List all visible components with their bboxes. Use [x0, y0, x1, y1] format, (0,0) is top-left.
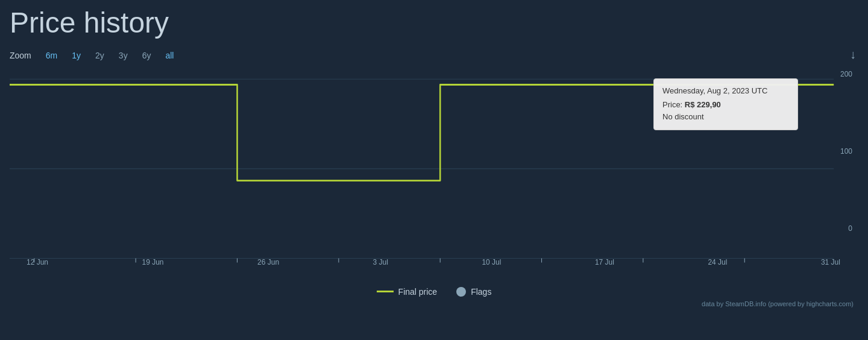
x-label-24jul: 24 Jul: [708, 258, 727, 266]
y-axis-label-200: 200: [840, 70, 852, 78]
x-label-26jun: 26 Jun: [257, 258, 279, 266]
zoom-3y[interactable]: 3y: [119, 51, 128, 60]
chart-legend: Final price Flags: [10, 282, 858, 299]
y-axis-label-0: 0: [848, 224, 852, 233]
attribution: data by SteamDB.info (powered by highcha…: [10, 299, 858, 307]
download-button[interactable]: ↓: [848, 45, 858, 64]
x-label-10jul: 10 Jul: [482, 258, 501, 266]
zoom-label: Zoom: [10, 51, 31, 60]
zoom-2y[interactable]: 2y: [95, 51, 104, 60]
x-label-17jul: 17 Jul: [595, 258, 614, 266]
chart-svg: [10, 65, 858, 282]
x-label-19jun: 19 Jun: [142, 258, 164, 266]
controls-row: Zoom 6m 1y 2y 3y 6y all ↓: [10, 45, 858, 64]
legend-final-price: Final price: [377, 287, 438, 297]
page-title: Price history: [10, 0, 858, 45]
zoom-6m[interactable]: 6m: [46, 51, 57, 60]
x-label-3jul: 3 Jul: [373, 258, 388, 266]
legend-final-price-label: Final price: [398, 287, 438, 297]
x-label-31jul: 31 Jul: [821, 258, 840, 266]
legend-flags-label: Flags: [471, 287, 491, 297]
chart-controls: Zoom 6m 1y 2y 3y 6y all: [10, 46, 174, 63]
chart-area: 200 100 0 12 Jun 19 Jun 26: [10, 65, 858, 282]
x-label-12jun: 12 Jun: [27, 258, 48, 266]
page-container: Price history Zoom 6m 1y 2y 3y 6y all ↓ …: [0, 0, 868, 340]
zoom-all[interactable]: all: [165, 51, 174, 60]
zoom-1y[interactable]: 1y: [72, 51, 81, 60]
legend-line-icon: [377, 291, 394, 292]
zoom-6y[interactable]: 6y: [142, 51, 151, 60]
legend-flags: Flags: [456, 287, 491, 297]
legend-circle-icon: [456, 287, 466, 297]
y-axis-label-100: 100: [840, 147, 852, 156]
